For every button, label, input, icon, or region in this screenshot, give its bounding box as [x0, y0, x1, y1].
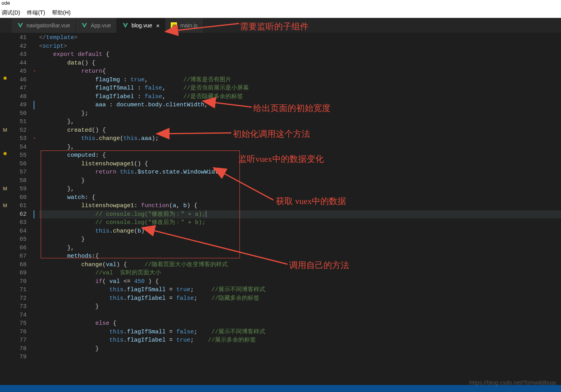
line-highlight-bar — [34, 210, 34, 219]
menu-terminal[interactable]: 终端(T) — [27, 9, 45, 16]
code-line-51[interactable]: }, — [39, 118, 561, 126]
git-modified-icon: M — [0, 186, 10, 194]
code-line-78[interactable]: } — [39, 345, 561, 353]
tab-blog-vue[interactable]: blog.vue× — [117, 18, 166, 33]
code-line-55[interactable]: computed: { — [39, 151, 561, 160]
tab-navigationBar-vue[interactable]: navigationBar.vue — [12, 18, 76, 33]
code-line-52[interactable]: created() { — [39, 126, 561, 135]
code-line-44[interactable]: data() { — [39, 59, 561, 68]
watermark: https://blog.csdn.net/Tomwildboar — [469, 379, 556, 386]
fold-column: ▸▸ — [34, 33, 39, 385]
code-line-41[interactable]: </template> — [39, 34, 561, 42]
editor-area: MMM 414243444546474849505152535455565758… — [0, 33, 561, 385]
code-line-50[interactable]: }; — [39, 109, 561, 118]
code-editor[interactable]: </template><script> export default { dat… — [39, 33, 561, 385]
vue-icon — [122, 22, 129, 29]
code-line-45[interactable]: return{ — [39, 67, 561, 76]
code-line-59[interactable]: }, — [39, 185, 561, 193]
code-line-74[interactable] — [39, 311, 561, 320]
code-line-42[interactable]: <script> — [39, 42, 561, 51]
menu-help[interactable]: 帮助(H) — [52, 9, 70, 16]
modified-dot-icon — [4, 152, 7, 155]
code-line-75[interactable]: else { — [39, 319, 561, 328]
code-line-71[interactable]: this.flagIfSmall = true; //展示不同博客样式 — [39, 286, 561, 294]
line-highlight-bar — [34, 101, 34, 109]
vue-icon — [17, 22, 23, 29]
status-bar — [0, 385, 561, 392]
code-line-57[interactable]: return this.$store.state.WindowWidth; — [39, 168, 561, 177]
code-line-49[interactable]: aaa : document.body.clientWidth, — [39, 101, 561, 109]
line-numbers: 4142434445464748495051525354555657585960… — [10, 33, 34, 385]
code-line-77[interactable]: this.flagIflabel = true; //展示多余的标签 — [39, 336, 561, 345]
code-line-69[interactable]: //val 实时的页面大小 — [39, 269, 561, 277]
code-line-46[interactable]: flagImg : true, //博客是否有图片 — [39, 76, 561, 84]
menu-debug[interactable]: 调试(D) — [2, 9, 20, 16]
code-line-62[interactable]: // console.log("修改前为：" + a); — [39, 210, 561, 219]
tab-label: blog.vue — [132, 22, 152, 29]
tab-label: App.vue — [91, 22, 111, 29]
code-line-60[interactable]: watch: { — [39, 193, 561, 202]
menu-bar: 调试(D) 终端(T) 帮助(H) — [0, 8, 561, 18]
tab-App-vue[interactable]: App.vue — [76, 18, 116, 33]
js-icon: JS — [171, 22, 177, 29]
vue-icon — [81, 22, 88, 29]
code-line-67[interactable]: methods:{ — [39, 252, 561, 261]
svg-text:JS: JS — [172, 24, 177, 28]
app-title: ode — [2, 0, 10, 6]
tab-label: main.js — [180, 22, 197, 29]
code-line-65[interactable]: } — [39, 235, 561, 244]
tab-main-js[interactable]: JSmain.js — [165, 18, 203, 33]
code-line-47[interactable]: flagIfSmall : false, //是否当前展示是小屏幕 — [39, 84, 561, 93]
code-line-68[interactable]: change(val) { //随着页面大小改变博客的样式 — [39, 261, 561, 269]
code-line-73[interactable]: } — [39, 303, 561, 311]
code-line-56[interactable]: listenshowpage1() { — [39, 160, 561, 168]
code-line-61[interactable]: listenshowpage1: function(a, b) { — [39, 202, 561, 210]
code-line-64[interactable]: this.change(b) — [39, 227, 561, 236]
tab-label: navigationBar.vue — [27, 22, 70, 29]
title-bar: ode — [0, 0, 561, 8]
code-line-72[interactable]: this.flagIflabel = false; //隐藏多余的标签 — [39, 294, 561, 303]
gutter-marks: MMM — [0, 33, 10, 385]
code-line-76[interactable]: this.flagIfSmall = false; //展示不同博客样式 — [39, 328, 561, 337]
close-icon[interactable]: × — [156, 22, 160, 29]
fold-chevron-icon[interactable]: ▸ — [34, 68, 36, 73]
code-line-79[interactable] — [39, 353, 561, 362]
modified-dot-icon — [4, 77, 7, 80]
fold-chevron-icon[interactable]: ▸ — [34, 136, 36, 140]
code-line-63[interactable]: // console.log("修改后为：" + b); — [39, 218, 561, 227]
code-line-58[interactable]: } — [39, 177, 561, 185]
tab-bar: navigationBar.vueApp.vueblog.vue×JSmain.… — [0, 18, 561, 33]
code-line-70[interactable]: if( val <= 450 ) { — [39, 277, 561, 286]
code-line-48[interactable]: flagIflabel : false, //是否隐藏多余的标签 — [39, 93, 561, 101]
code-line-43[interactable]: export default { — [39, 50, 561, 59]
code-line-66[interactable]: }, — [39, 244, 561, 252]
code-line-54[interactable]: }, — [39, 143, 561, 152]
git-modified-icon: M — [0, 127, 10, 136]
code-line-53[interactable]: this.change(this.aaa); — [39, 134, 561, 143]
git-modified-icon: M — [0, 202, 10, 211]
